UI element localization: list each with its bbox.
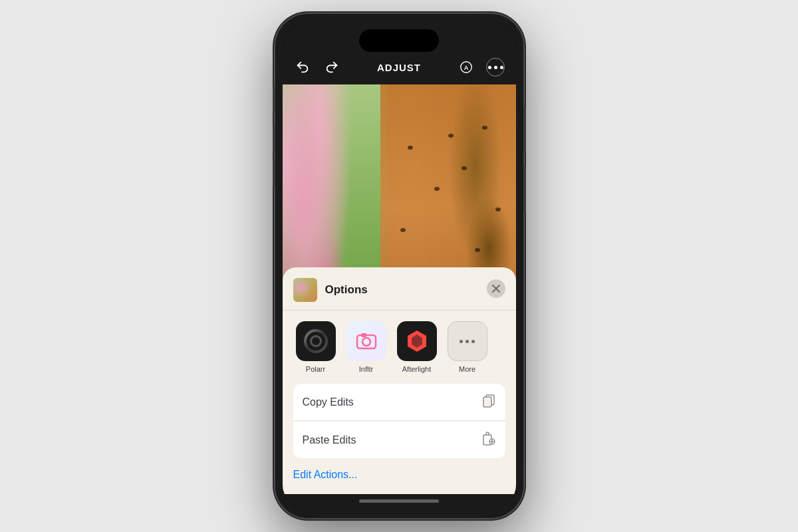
paste-edits-label: Paste Edits [303,434,356,446]
more-apps-icon [448,321,487,361]
app-item-more[interactable]: More [448,321,487,373]
action-rows: Copy Edits Paste Edits [283,384,516,458]
home-indicator [283,494,516,511]
undo-button[interactable] [293,58,312,76]
app-item-afterlight[interactable]: Afterlight [397,321,437,373]
phone-screen: ADJUST A [283,21,516,511]
apps-row: Polarr [283,311,516,384]
options-thumbnail [293,278,317,302]
page-title: ADJUST [377,62,421,73]
paste-edits-icon [481,431,496,449]
paste-edits-button[interactable]: Paste Edits [293,422,505,458]
copy-edits-label: Copy Edits [303,396,354,408]
app-item-polarr[interactable]: Polarr [296,321,336,373]
photo-area: Options [283,84,516,494]
polarr-circle [304,329,328,353]
afterlight-icon [397,321,437,361]
redo-button[interactable] [323,58,341,76]
dynamic-island [359,29,439,52]
options-header: Options [283,267,516,311]
phone-frame: ADJUST A [275,13,524,519]
infltr-label: Infltr [359,365,373,373]
edit-actions-section: Edit Actions... [283,458,516,494]
polarr-inner [310,335,322,347]
polarr-icon [296,321,336,361]
edit-actions-link[interactable]: Edit Actions... [293,469,358,480]
close-button[interactable] [487,279,505,298]
polarr-label: Polarr [306,365,325,373]
more-options-button[interactable] [486,58,505,76]
more-label: More [459,365,475,373]
infltr-icon [346,321,386,361]
more-dots-icon [460,340,475,343]
copy-edits-button[interactable]: Copy Edits [293,384,505,421]
copy-edits-icon [481,393,496,411]
top-bar-right-icons: A [457,58,505,76]
svg-rect-8 [483,397,491,407]
top-bar-left-icons [293,58,341,76]
svg-point-3 [362,338,370,346]
app-item-infltr[interactable]: Infltr [346,321,386,373]
auto-button[interactable]: A [457,58,475,76]
afterlight-label: Afterlight [402,365,431,373]
options-title: Options [325,283,368,297]
home-bar [359,499,439,503]
svg-text:A: A [464,65,469,71]
three-dots-icon [488,66,503,69]
options-panel: Options [283,267,516,494]
